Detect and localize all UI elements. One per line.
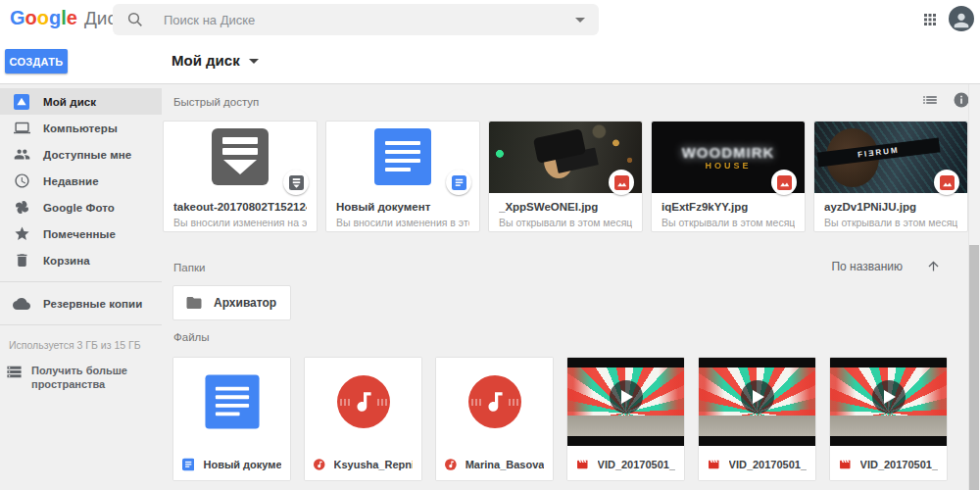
sidebar-item-label: Мой диск — [43, 96, 96, 108]
logo-letter: g — [49, 7, 61, 29]
play-button[interactable] — [610, 380, 643, 414]
search-input[interactable] — [164, 13, 575, 27]
file-activity: Вы открывали в этом месяце — [824, 217, 957, 228]
video-preview — [567, 358, 684, 446]
upgrade-storage-link[interactable]: Получить больше пространства — [0, 351, 162, 392]
star-icon — [13, 225, 30, 243]
sidebar-item-backups[interactable]: Резервные копии — [0, 290, 162, 317]
top-bar: Google Диск — [0, 0, 980, 39]
file-card-video[interactable]: VID_20170501_... — [566, 357, 685, 481]
file-name: Ksyusha_Repnik... — [334, 459, 413, 470]
file-type-badge — [771, 170, 797, 195]
trash-icon — [13, 252, 30, 270]
file-name: Marina_Basova_... — [466, 459, 544, 470]
file-card-video[interactable]: VID_20170501_... — [829, 357, 948, 481]
cloud-icon — [13, 295, 30, 313]
sidebar-item-label: Недавние — [43, 175, 99, 187]
main-content: Быстрый доступ takeout-20170802T152124Z-… — [162, 84, 980, 490]
search-bar[interactable] — [113, 4, 599, 35]
sidebar-item-label: Корзина — [43, 255, 90, 267]
sidebar-item-label: Google Фото — [43, 202, 115, 214]
search-icon — [126, 11, 144, 28]
list-view-icon — [921, 91, 939, 109]
file-activity: Вы вносили изменения на это... — [173, 217, 307, 228]
audio-badge-icon — [445, 458, 457, 471]
account-avatar[interactable] — [949, 6, 974, 31]
file-preview — [173, 358, 290, 446]
quick-access-row: takeout-20170802T152124Z-00... Вы вносил… — [163, 121, 968, 232]
image-badge-icon — [940, 175, 955, 190]
photos-pinwheel-icon — [13, 199, 30, 217]
sort-control[interactable]: По названию — [831, 259, 941, 273]
quick-access-card-document[interactable]: Новый документ Вы вносили изменения в эт… — [325, 121, 480, 232]
file-name: takeout-20170802T152124Z-00... — [173, 201, 307, 213]
folder-icon — [185, 294, 203, 312]
video-preview — [699, 358, 815, 446]
sidebar-item-starred[interactable]: Помеченные — [0, 220, 162, 247]
folders-section-label: Папки — [173, 262, 205, 273]
folder-menu-caret-icon — [249, 59, 259, 64]
quick-access-card-takeout[interactable]: takeout-20170802T152124Z-00... Вы вносил… — [163, 121, 318, 232]
thumbnail-text: WOODMIRK — [682, 144, 775, 161]
scrollbar-track[interactable] — [968, 84, 980, 490]
sidebar-divider — [0, 324, 162, 325]
sidebar-item-computers[interactable]: Компьютеры — [0, 115, 162, 141]
sidebar-item-label: Помеченные — [43, 228, 116, 240]
file-card-audio[interactable]: Marina_Basova_... — [435, 357, 554, 481]
action-bar: СОЗДАТЬ Мой диск — [0, 39, 980, 84]
file-activity: Вы открывали в этом месяце — [662, 217, 795, 228]
image-badge-icon — [614, 175, 629, 190]
drive-icon — [13, 93, 30, 111]
sidebar: Мой диск Компьютеры Доступные мне Недавн… — [0, 84, 162, 490]
apps-grid-button[interactable] — [919, 9, 941, 30]
computer-icon — [13, 120, 30, 137]
sidebar-item-trash[interactable]: Корзина — [0, 247, 162, 273]
quick-access-card-photo[interactable]: _XppSWeONEI.jpg Вы открывали в этом меся… — [488, 121, 643, 232]
sidebar-item-shared-with-me[interactable]: Доступные мне — [0, 141, 162, 168]
play-button[interactable] — [872, 380, 906, 414]
video-preview — [830, 358, 947, 446]
current-folder-title: Мой диск — [172, 52, 240, 69]
photo-headset-shape — [533, 128, 586, 164]
create-button[interactable]: СОЗДАТЬ — [5, 49, 68, 74]
thumbnail-text: HOUSE — [705, 161, 751, 171]
file-card-video[interactable]: VID_20170501_... — [698, 357, 816, 481]
people-icon — [13, 146, 30, 164]
file-preview — [436, 358, 553, 446]
current-folder-menu[interactable]: Мой диск — [172, 52, 259, 69]
logo-letter: o — [25, 7, 37, 29]
sort-by-label[interactable]: По названию — [831, 260, 903, 273]
quick-access-card-photo[interactable]: WOODMIRK HOUSE iqExtFz9kYY.jpg Вы открыв… — [651, 121, 806, 232]
sidebar-item-recent[interactable]: Недавние — [0, 168, 162, 194]
document-badge-icon — [182, 458, 194, 471]
logo-letter: G — [10, 7, 25, 29]
document-icon — [205, 374, 259, 428]
file-card-document[interactable]: Новый докуме... — [172, 357, 291, 481]
scrollbar-thumb[interactable] — [969, 245, 979, 490]
google-drive-app: Google Диск СОЗДАТЬ Мой диск — [0, 0, 980, 490]
upgrade-line1: Получить больше — [31, 364, 127, 377]
folder-card[interactable]: Архиватор — [172, 285, 291, 320]
file-type-badge — [934, 170, 959, 195]
file-card-audio[interactable]: Ksyusha_Repnik... — [304, 357, 422, 481]
file-name: iqExtFz9kYY.jpg — [662, 201, 795, 213]
folder-name: Архиватор — [214, 296, 276, 310]
list-view-toggle-button[interactable] — [919, 89, 941, 111]
search-options-caret-icon[interactable] — [575, 18, 585, 23]
sidebar-item-my-drive[interactable]: Мой диск — [0, 88, 162, 115]
file-name: ayzDv1PNiJU.jpg — [824, 201, 957, 213]
storage-usage-text: Используется 3 ГБ из 15 ГБ — [0, 333, 162, 351]
google-drive-logo[interactable]: Google Диск — [10, 7, 124, 29]
archive-badge-icon — [289, 175, 304, 190]
file-activity: Вы открывали в этом месяце — [499, 217, 632, 228]
document-icon — [374, 128, 431, 185]
clock-icon — [13, 172, 30, 190]
quick-access-card-photo[interactable]: FIƎRUM ayzDv1PNiJU.jpg Вы открывали в эт… — [813, 121, 968, 232]
video-badge-icon — [708, 458, 720, 471]
sort-ascending-arrow-icon[interactable] — [926, 259, 941, 273]
file-name: VID_20170501_... — [598, 459, 675, 470]
quick-access-section-label: Быстрый доступ — [173, 96, 259, 108]
sidebar-item-google-photos[interactable]: Google Фото — [0, 194, 162, 220]
storage-icon — [6, 364, 23, 384]
play-button[interactable] — [741, 380, 774, 414]
